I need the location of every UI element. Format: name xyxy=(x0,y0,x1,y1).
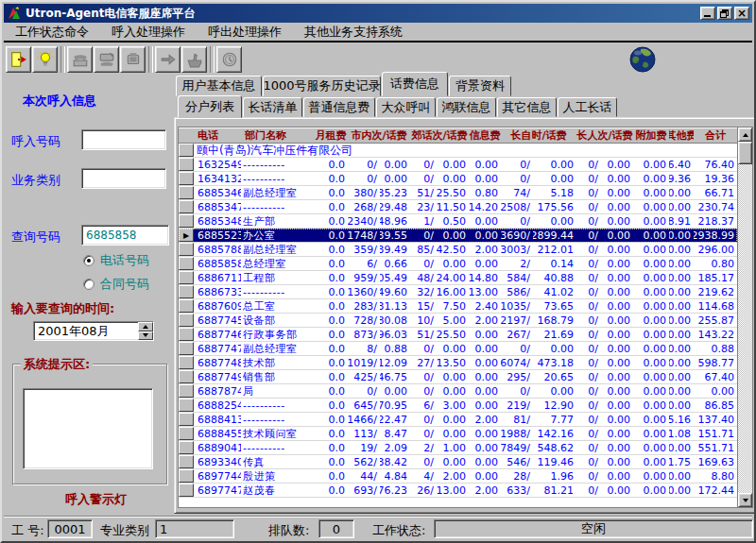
table-row[interactable]: 6887745设备部0.0728/80.0810/5.002.002197/16… xyxy=(179,314,737,328)
tab-1000-service-history[interactable]: 1000号服务历史记录 xyxy=(263,76,381,96)
row-selector[interactable] xyxy=(179,172,194,185)
exit-door-button[interactable] xyxy=(6,46,31,73)
subtab-common-info-fee[interactable]: 普通信息费 xyxy=(303,97,375,117)
row-selector[interactable] xyxy=(179,299,194,313)
row-selector[interactable] xyxy=(179,370,194,383)
spin-up-button[interactable] xyxy=(138,322,153,331)
row-selector[interactable] xyxy=(179,328,194,341)
system-prompt-area[interactable] xyxy=(23,388,153,469)
hold-call-button[interactable] xyxy=(120,46,146,73)
row-selector[interactable] xyxy=(179,257,194,270)
tab-background-info[interactable]: 背景资料 xyxy=(449,76,511,96)
column-header[interactable] xyxy=(179,127,194,143)
table-row[interactable]: 6887747副总经理室0.08/0.880/0.000.000/0.000/0… xyxy=(179,342,737,356)
menu-inbound-ops[interactable]: 呼入处理操作 xyxy=(100,23,197,42)
row-selector[interactable] xyxy=(179,441,194,454)
table-row[interactable]: 6888413----------0.01466/122.470/0.002.0… xyxy=(179,413,737,427)
row-selector[interactable] xyxy=(179,314,194,327)
scroll-track[interactable] xyxy=(738,164,752,493)
spin-down-button[interactable] xyxy=(138,331,153,341)
table-row[interactable]: 6887609总工室0.0283/31.1315/7.502.401035/73… xyxy=(179,299,737,314)
row-selector[interactable] xyxy=(179,399,194,412)
row-selector[interactable] xyxy=(179,384,194,398)
scroll-down-button[interactable] xyxy=(738,493,752,507)
table-row[interactable]: 6885347----------0.0268/29.4823/11.5014.… xyxy=(179,200,737,214)
table-row[interactable]: 6886733----------0.01360/149.6032/16.001… xyxy=(179,285,737,299)
answer-call-button[interactable] xyxy=(67,46,93,73)
column-header[interactable]: 部门名称 xyxy=(241,127,314,143)
scroll-thumb[interactable] xyxy=(738,142,752,164)
pickup-hand-button[interactable] xyxy=(181,46,207,73)
column-header[interactable]: 市内次/话费 xyxy=(348,127,410,143)
transfer-button[interactable] xyxy=(155,46,180,73)
row-selector[interactable] xyxy=(179,484,194,497)
timer-clock-button[interactable] xyxy=(216,46,242,73)
subtab-manual-long-distance[interactable]: 人工长话 xyxy=(558,97,617,117)
table-row[interactable]: 6885858总经理室0.06/0.660/0.000.002/0.140/0.… xyxy=(179,257,737,271)
table-row[interactable]: 6897744殷进策0.044/4.844/2.000.0028/1.960/0… xyxy=(179,469,737,484)
close-button[interactable]: × xyxy=(734,7,749,20)
company-group-row[interactable]: 颐中(青岛)汽车冲压件有限公司 xyxy=(179,144,737,158)
tab-fee-info[interactable]: 话费信息 xyxy=(382,72,448,96)
tab-user-basic-info[interactable]: 用户基本信息 xyxy=(176,76,262,96)
column-header[interactable]: 附加费 xyxy=(633,127,669,143)
scroll-up-button[interactable] xyxy=(738,127,752,142)
end-call-button[interactable] xyxy=(94,46,119,73)
row-selector[interactable] xyxy=(179,214,194,228)
row-selector[interactable] xyxy=(179,285,194,298)
row-selector[interactable] xyxy=(179,144,194,157)
row-selector[interactable] xyxy=(179,469,194,483)
column-header[interactable]: 电话 xyxy=(194,127,241,143)
table-row[interactable]: 6897747赵茂春0.0693/76.2326/13.002.00633/81… xyxy=(179,484,737,498)
row-selector[interactable] xyxy=(179,158,194,171)
table-row[interactable]: 6885348生产部0.02340/48.961/0.500.000/0.000… xyxy=(179,214,737,229)
column-header[interactable]: 信息费 xyxy=(469,127,501,143)
column-header[interactable]: 长自时/话费 xyxy=(501,127,576,143)
restore-button[interactable] xyxy=(717,7,732,20)
radio-contract-icon[interactable] xyxy=(83,279,94,290)
table-row[interactable]: 6887874局0.00/0.000/0.000.000/0.000/0.000… xyxy=(179,384,737,399)
row-selector[interactable] xyxy=(179,413,194,426)
table-row[interactable]: 6888254----------0.0645/70.956/3.000.002… xyxy=(179,399,737,413)
query-number-input[interactable] xyxy=(81,225,169,246)
row-selector[interactable] xyxy=(179,271,194,284)
table-row[interactable]: 6885346副总经理室0.0380/35.2351/25.500.8074/5… xyxy=(179,186,737,200)
column-header[interactable]: 合计 xyxy=(694,127,737,143)
table-row[interactable]: 6887749销售部0.0425/46.750/0.000.00295/20.6… xyxy=(179,370,737,384)
column-header[interactable]: 其他费 xyxy=(669,127,694,143)
caller-number-input[interactable] xyxy=(81,129,166,150)
table-row[interactable]: 6886711工程部0.0959/105.4948/24.0014.80584/… xyxy=(179,271,737,285)
minimize-button[interactable] xyxy=(700,7,715,20)
table-row[interactable]: 6887748技术部0.01019/112.0927/13.500.006074… xyxy=(179,356,737,370)
radio-contract-number[interactable]: 合同号码 xyxy=(83,276,149,293)
column-header[interactable]: 郊话次/话费 xyxy=(410,127,469,143)
column-header[interactable]: 长人次/话费 xyxy=(576,127,633,143)
row-selector[interactable]: ▶ xyxy=(179,229,194,242)
table-row[interactable]: 1634132----------0.00/0.000/0.000.000/0.… xyxy=(179,172,737,186)
service-type-input[interactable] xyxy=(81,168,166,189)
radio-phone-number[interactable]: 电话号码 xyxy=(83,252,149,269)
table-row[interactable]: 6889041----------0.019/2.092/1.000.00784… xyxy=(179,441,737,455)
table-row[interactable]: ▶6885523办公室0.01748/39.550/0.000.003690/2… xyxy=(179,229,737,243)
row-selector[interactable] xyxy=(179,243,194,256)
subtab-long-distance-list[interactable]: 长话清单 xyxy=(243,97,302,117)
row-selector[interactable] xyxy=(179,356,194,369)
lamp-button[interactable] xyxy=(32,46,58,73)
row-selector[interactable] xyxy=(179,427,194,440)
vertical-scrollbar[interactable] xyxy=(737,127,752,507)
table-row[interactable]: 6893340传真0.0562/38.420/0.000.00546/119.4… xyxy=(179,455,737,469)
menu-other-services[interactable]: 其他业务支持系统 xyxy=(293,23,414,42)
table-row[interactable]: 6887746行政事务部0.0873/96.0351/25.500.00267/… xyxy=(179,328,737,342)
table-row[interactable]: 1632549----------0.00/0.000/0.000.000/0.… xyxy=(179,158,737,172)
column-header[interactable]: 月租费 xyxy=(314,127,348,143)
subtab-honglian-info[interactable]: 鸿联信息 xyxy=(437,97,496,117)
subtab-account-list[interactable]: 分户列表 xyxy=(178,95,242,118)
subtab-other-info[interactable]: 其它信息 xyxy=(497,97,557,117)
row-selector[interactable] xyxy=(179,455,194,468)
menu-work-state[interactable]: 工作状态命令 xyxy=(4,23,100,42)
table-row[interactable]: 6888455技术顾问室0.0113/8.470/0.000.001988/14… xyxy=(179,427,737,441)
menu-outbound-ops[interactable]: 呼出处理操作 xyxy=(197,23,293,42)
query-time-spinner[interactable]: 2001年08月 xyxy=(33,321,154,341)
row-selector[interactable] xyxy=(179,342,194,355)
subtab-mass-call[interactable]: 大众呼叫 xyxy=(376,97,436,117)
